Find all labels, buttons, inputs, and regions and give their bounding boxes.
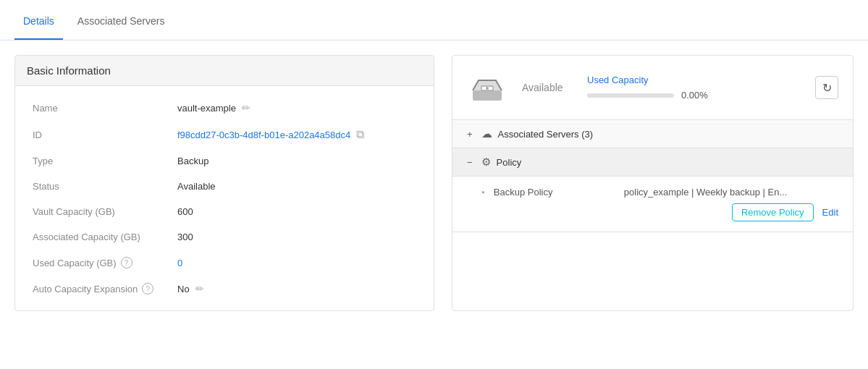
value-id: f98cdd27-0c3b-4d8f-b01e-a202a4a58dc4 ⧉ — [177, 128, 364, 141]
info-row-vault-capacity: Vault Capacity (GB) 600 — [15, 199, 434, 224]
progress-row: 0.00% — [587, 90, 801, 101]
copy-icon[interactable]: ⧉ — [356, 128, 364, 141]
name-text: vault-example — [177, 103, 236, 114]
associated-servers-label-display: Associated Servers (3) — [498, 129, 594, 140]
value-used-capacity: 0 — [177, 258, 182, 268]
name-edit-icon[interactable]: ✏ — [242, 102, 250, 114]
label-id: ID — [33, 130, 177, 140]
policy-toggle[interactable]: − — [467, 157, 473, 168]
cloud-icon: ☁ — [481, 127, 492, 140]
value-name: vault-example ✏ — [177, 102, 250, 114]
right-panel: Available Used Capacity 0.00% ↻ + ☁ Poli… — [452, 55, 854, 311]
value-vault-capacity: 600 — [177, 206, 193, 217]
available-status: Available — [522, 82, 573, 93]
basic-info-header: Basic Information — [15, 56, 434, 86]
policy-label: Policy — [497, 157, 522, 168]
info-row-associated-capacity: Associated Capacity (GB) 300 — [15, 224, 434, 250]
label-auto-expansion: Auto Capacity Expansion ? — [33, 283, 177, 294]
policy-content: ● Backup Policy policy_example | Weekly … — [452, 177, 853, 232]
info-row-auto-expansion: Auto Capacity Expansion ? No ✏ — [15, 276, 434, 302]
policy-item-row: ● Backup Policy policy_example | Weekly … — [481, 187, 838, 198]
policy-section-header: − ⚙ Policy — [452, 148, 853, 177]
content-area: Basic Information Name vault-example ✏ I… — [0, 41, 868, 326]
capacity-row: Available Used Capacity 0.00% ↻ — [452, 56, 853, 120]
label-used-capacity: Used Capacity (GB) ? — [33, 257, 177, 268]
refresh-button[interactable]: ↻ — [815, 76, 838, 99]
policy-name-label: Backup Policy — [494, 187, 581, 198]
policy-actions: Remove Policy Edit — [481, 203, 838, 221]
progress-pct: 0.00% — [681, 90, 708, 101]
svg-point-2 — [486, 87, 489, 90]
auto-expansion-help-icon[interactable]: ? — [142, 283, 153, 294]
used-capacity-block: Used Capacity 0.00% — [587, 75, 801, 101]
vault-svg-icon — [470, 70, 505, 105]
svg-rect-0 — [473, 90, 502, 101]
value-status: Available — [177, 181, 216, 192]
label-status: Status — [33, 181, 177, 192]
info-table: Name vault-example ✏ ID f98cdd27-0c3b-4d… — [15, 86, 434, 310]
tab-associated-servers[interactable]: Associated Servers — [69, 4, 174, 40]
tab-details[interactable]: Details — [14, 4, 63, 40]
auto-expansion-edit-icon[interactable]: ✏ — [195, 283, 204, 294]
policy-bullet: ● — [481, 189, 485, 195]
label-vault-capacity: Vault Capacity (GB) — [33, 206, 177, 217]
value-auto-expansion: No ✏ — [177, 283, 204, 294]
label-associated-capacity: Associated Capacity (GB) — [33, 232, 177, 242]
sliders-icon: ⚙ — [481, 156, 491, 169]
info-row-used-capacity: Used Capacity (GB) ? 0 — [15, 250, 434, 276]
edit-link[interactable]: Edit — [822, 207, 838, 218]
info-row-name: Name vault-example ✏ — [15, 95, 434, 121]
used-capacity-label: Used Capacity — [587, 75, 801, 85]
id-text: f98cdd27-0c3b-4d8f-b01e-a202a4a58dc4 — [177, 130, 350, 140]
remove-policy-button[interactable]: Remove Policy — [732, 203, 814, 221]
used-capacity-help-icon[interactable]: ? — [121, 257, 132, 268]
label-name: Name — [33, 103, 177, 114]
value-associated-capacity: 300 — [177, 232, 193, 242]
info-row-status: Status Available — [15, 174, 434, 199]
label-type: Type — [33, 156, 177, 166]
tabs-bar: Details Associated Servers — [0, 0, 868, 41]
info-row-type: Type Backup — [15, 148, 434, 174]
progress-bar-bg — [587, 93, 674, 98]
associated-servers-section: + ☁ Policy Associated Servers (3) — [452, 120, 853, 148]
policy-value: policy_example | Weekly backup | En... — [624, 187, 838, 198]
associated-servers-toggle[interactable]: + — [467, 129, 473, 140]
info-row-id: ID f98cdd27-0c3b-4d8f-b01e-a202a4a58dc4 … — [15, 121, 434, 148]
vault-icon — [467, 67, 507, 108]
value-type: Backup — [177, 156, 208, 166]
left-panel: Basic Information Name vault-example ✏ I… — [14, 55, 434, 311]
